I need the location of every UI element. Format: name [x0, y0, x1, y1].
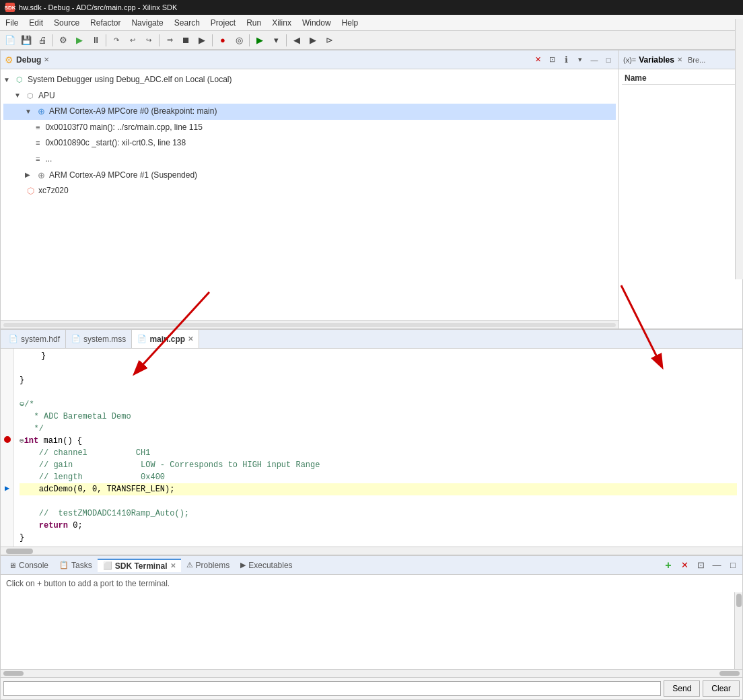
menu-help[interactable]: Help — [337, 17, 364, 29]
toolbar-print[interactable]: 🖨 — [35, 33, 50, 48]
hdf-tab-label[interactable]: system.hdf — [21, 335, 60, 344]
terminal-v-scrollbar[interactable] — [734, 592, 742, 669]
marker-13 — [1, 494, 13, 506]
cpp-tab-label[interactable]: main.cpp — [149, 335, 185, 344]
tree-item-frame0[interactable]: ≡ 0x00103f70 main(): ../src/main.cpp, li… — [3, 120, 616, 136]
debug-action-maximize[interactable]: □ — [602, 54, 614, 66]
menu-edit[interactable]: Edit — [24, 17, 48, 29]
toolbar-breakpoint[interactable]: ● — [215, 33, 230, 48]
tree-item-frame1[interactable]: ≡ 0x0010890c _start(): xil-crt0.S, line … — [3, 135, 616, 151]
problems-tab-label[interactable]: Problems — [196, 561, 230, 570]
tab-executables[interactable]: ▶ Executables — [235, 559, 297, 571]
toolbar-back[interactable]: ◀ — [289, 33, 304, 48]
toolbar-resume[interactable]: ▶ — [194, 33, 209, 48]
code-line-11: // length 0x400 — [20, 471, 737, 483]
terminal-maximize-btn[interactable]: □ — [726, 559, 740, 572]
debug-tab-close[interactable]: ✕ — [44, 56, 49, 63]
tree-item-core1[interactable]: ▶ ⊕ ARM Cortex-A9 MPCore #1 (Suspended) — [3, 168, 616, 184]
tree-label-frame0: 0x00103f70 main(): ../src/main.cpp, line… — [45, 120, 202, 135]
main-layout: ⚙ Debug ✕ ✕ ⊡ ℹ ▾ — □ — [0, 50, 743, 700]
menu-project[interactable]: Project — [205, 17, 241, 29]
menu-run[interactable]: Run — [241, 17, 267, 29]
toolbar-new[interactable]: 📄 — [3, 33, 17, 48]
tree-label-chip: xc7z020 — [38, 184, 69, 199]
debug-tree: ▼ ⬡ System Debugger using Debug_ADC.elf … — [3, 72, 616, 199]
vars-tab-close[interactable]: ✕ — [677, 56, 682, 63]
marker-12: ▶ — [1, 482, 13, 494]
debug-action-dropdown[interactable]: ▾ — [574, 54, 586, 66]
toolbar-jump[interactable]: ⇒ — [162, 33, 177, 48]
tree-item-core0[interactable]: ▼ ⊕ ARM Cortex-A9 MPCore #0 (Breakpoint:… — [3, 104, 616, 120]
title-text: hw.sdk - Debug - ADC/src/main.cpp - Xili… — [19, 3, 177, 11]
menu-refactor[interactable]: Refactor — [85, 17, 126, 29]
mss-tab-label[interactable]: system.mss — [83, 335, 126, 344]
menu-source[interactable]: Source — [48, 17, 85, 29]
menu-search[interactable]: Search — [169, 17, 205, 29]
terminal-input-field[interactable] — [3, 681, 661, 696]
toolbar-run2[interactable]: ▶ — [252, 33, 267, 48]
terminal-minimize-btn[interactable]: — — [710, 559, 723, 572]
debug-scroll-bar[interactable] — [1, 320, 618, 328]
toolbar-step-over[interactable]: ↷ — [109, 33, 124, 48]
editor-h-scrollbar[interactable] — [1, 547, 742, 555]
terminal-disconnect-btn[interactable]: ⊡ — [694, 559, 707, 572]
menu-window[interactable]: Window — [297, 17, 337, 29]
terminal-add-btn[interactable]: + — [662, 559, 675, 572]
tab-system-hdf[interactable]: 📄 system.hdf — [3, 330, 66, 348]
code-line-4 — [20, 386, 737, 398]
terminal-send-button[interactable]: Send — [664, 680, 700, 697]
toolbar-step-into[interactable]: ↩ — [125, 33, 140, 48]
console-tab-label[interactable]: Console — [19, 561, 48, 570]
toolbar-pause[interactable]: ⏸ — [88, 33, 103, 48]
tab-tasks[interactable]: 📋 Tasks — [54, 559, 98, 571]
debug-action-info[interactable]: ℹ — [560, 54, 572, 66]
tree-item-frame-more[interactable]: ≡ ... — [3, 151, 616, 168]
terminal-clear-button[interactable]: Clear — [703, 680, 740, 697]
vars-vertical-scrollbar[interactable] — [735, 19, 743, 279]
vars-breakpoints-tab[interactable]: Bre... — [688, 56, 705, 64]
tree-item-chip[interactable]: ▶ ⬡ xc7z020 — [3, 183, 616, 199]
sdk-terminal-tab-label[interactable]: SDK Terminal — [115, 561, 168, 571]
menu-navigate[interactable]: Navigate — [126, 17, 168, 29]
toolbar-dropdown[interactable]: ▾ — [269, 33, 283, 48]
cpp-tab-close[interactable]: ✕ — [188, 335, 193, 343]
toolbar-toggle-bp[interactable]: ◎ — [232, 33, 246, 48]
toolbar-run[interactable]: ▶ — [72, 33, 87, 48]
code-line-8: ⊖int main() { — [20, 435, 737, 447]
toolbar-suspend[interactable]: ⏹ — [178, 33, 193, 48]
debug-tab-label[interactable]: Debug — [16, 55, 41, 65]
code-line-16: } — [20, 532, 737, 544]
v-scroll-thumb — [736, 594, 742, 607]
menu-file[interactable]: File — [0, 17, 24, 29]
toolbar-step-out[interactable]: ↪ — [141, 33, 156, 48]
terminal-close-btn[interactable]: ✕ — [678, 559, 691, 572]
debug-action-terminate[interactable]: ✕ — [532, 54, 544, 66]
toolbar-forward[interactable]: ▶ — [306, 33, 320, 48]
toolbar-save[interactable]: 💾 — [19, 33, 34, 48]
tree-item-apu[interactable]: ▼ ⬡ APU — [3, 88, 616, 104]
tree-label-apu: APU — [38, 89, 55, 104]
menu-xilinx[interactable]: Xilinx — [267, 17, 297, 29]
terminal-content[interactable] — [1, 592, 734, 669]
sdk-terminal-close[interactable]: ✕ — [170, 562, 176, 569]
tab-system-mss[interactable]: 📄 system.mss — [66, 330, 132, 348]
tasks-tab-label[interactable]: Tasks — [71, 561, 92, 570]
tab-problems[interactable]: ⚠ Problems — [181, 559, 236, 571]
breakpoint-dot[interactable] — [4, 436, 11, 443]
marker-10 — [1, 458, 13, 470]
toolbar-last[interactable]: ⊳ — [322, 33, 337, 48]
terminal-h-scrollbar[interactable] — [1, 669, 742, 677]
marker-11 — [1, 470, 13, 482]
executables-tab-label[interactable]: Executables — [248, 561, 292, 570]
marker-8 — [1, 433, 13, 446]
tab-main-cpp[interactable]: 📄 main.cpp ✕ — [132, 330, 199, 348]
debug-action-minimize[interactable]: — — [588, 54, 600, 66]
code-line-2 — [20, 362, 737, 374]
tree-item-root[interactable]: ▼ ⬡ System Debugger using Debug_ADC.elf … — [3, 72, 616, 88]
toolbar-debug-config[interactable]: ⚙ — [56, 33, 71, 48]
debug-action-disconnect[interactable]: ⊡ — [546, 54, 558, 66]
code-line-7: */ — [20, 423, 737, 435]
vars-tab-label[interactable]: Variables — [639, 55, 674, 65]
tab-console[interactable]: 🖥 Console — [3, 559, 54, 571]
tab-sdk-terminal[interactable]: ⬜ SDK Terminal ✕ — [98, 559, 181, 572]
